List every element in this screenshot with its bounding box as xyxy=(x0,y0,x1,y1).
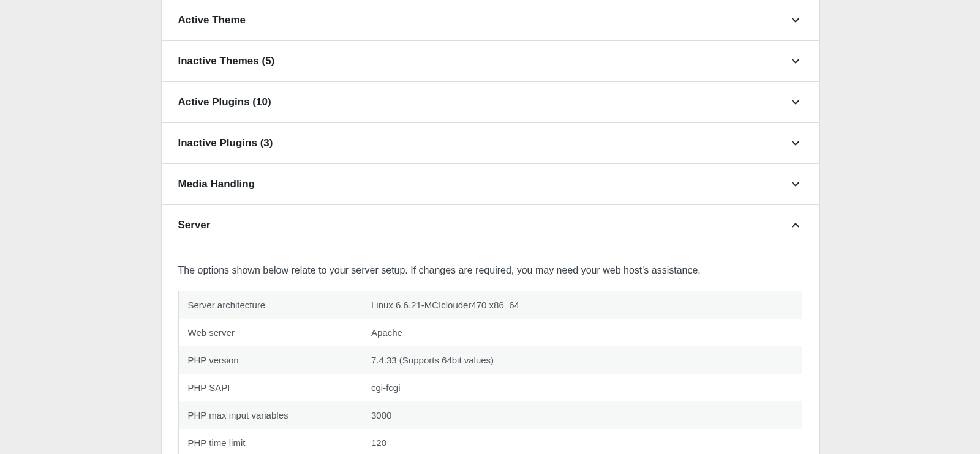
panel-server-header[interactable]: Server xyxy=(162,205,819,245)
chevron-down-icon xyxy=(789,13,802,27)
panel-title: Active Theme xyxy=(178,14,246,26)
table-row: PHP SAPIcgi-fcgi xyxy=(178,374,802,401)
info-value: 7.4.33 (Supports 64bit values) xyxy=(362,346,802,374)
panel-active-theme-header[interactable]: Active Theme xyxy=(162,0,819,41)
site-health-info-list: Active Theme Inactive Themes (5) Active … xyxy=(161,0,820,454)
table-row: PHP version7.4.33 (Supports 64bit values… xyxy=(178,346,802,374)
panel-title: Inactive Themes (5) xyxy=(178,55,275,67)
info-value: Apache xyxy=(362,319,802,346)
panel-description: The options shown below relate to your s… xyxy=(178,245,802,291)
server-info-table: Server architectureLinux 6.6.21-MCIcloud… xyxy=(178,291,802,454)
chevron-down-icon xyxy=(789,54,802,68)
info-label: Web server xyxy=(178,319,362,346)
info-label: Server architecture xyxy=(178,291,362,319)
info-value: 120 xyxy=(362,429,802,454)
panel-inactive-themes-header[interactable]: Inactive Themes (5) xyxy=(162,41,819,82)
chevron-down-icon xyxy=(789,95,802,109)
info-label: PHP max input variables xyxy=(178,401,362,429)
chevron-down-icon xyxy=(789,177,802,191)
info-value: 3000 xyxy=(362,401,802,429)
panel-media-handling-header[interactable]: Media Handling xyxy=(162,164,819,205)
panel-title: Active Plugins (10) xyxy=(178,96,271,108)
panel-title: Server xyxy=(178,219,211,231)
panel-active-plugins-header[interactable]: Active Plugins (10) xyxy=(162,82,819,123)
table-row: PHP time limit120 xyxy=(178,429,802,454)
chevron-up-icon xyxy=(789,218,802,232)
info-value: cgi-fcgi xyxy=(362,374,802,401)
table-row: PHP max input variables3000 xyxy=(178,401,802,429)
info-value: Linux 6.6.21-MCIclouder470 x86_64 xyxy=(362,291,802,319)
panel-server-body: The options shown below relate to your s… xyxy=(162,245,819,454)
panel-title: Media Handling xyxy=(178,178,255,190)
table-row: Server architectureLinux 6.6.21-MCIcloud… xyxy=(178,291,802,319)
info-label: PHP time limit xyxy=(178,429,362,454)
table-row: Web serverApache xyxy=(178,319,802,346)
chevron-down-icon xyxy=(789,136,802,150)
panel-title: Inactive Plugins (3) xyxy=(178,137,273,149)
panel-inactive-plugins-header[interactable]: Inactive Plugins (3) xyxy=(162,123,819,164)
info-label: PHP version xyxy=(178,346,362,374)
info-label: PHP SAPI xyxy=(178,374,362,401)
